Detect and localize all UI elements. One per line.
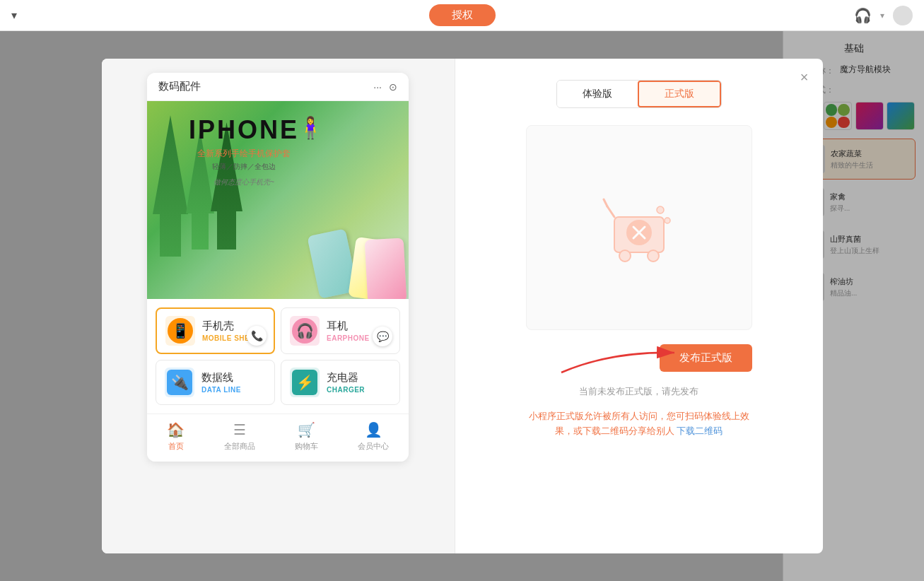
preview-status: 当前未发布正式版，请先发布 [579, 385, 698, 398]
banner-line1: 全新系列手绘手机保护套 [189, 148, 299, 160]
more-icon[interactable]: ··· [373, 81, 382, 93]
top-bar-left: ▾ [11, 8, 17, 22]
phone-banner: 🧍‍♀️ IPHONE 全新系列手绘手机保护套 轻薄／防摔／全包边 做何态度心手… [147, 101, 409, 299]
cart-label: 购物车 [295, 441, 318, 452]
phone-bottom-nav: 🏠 首页 ☰ 全部商品 🛒 购物车 👤 会 [147, 413, 409, 462]
nav-icon-earphone: 🎧 [290, 316, 320, 346]
svg-point-2 [648, 250, 659, 262]
tab-official[interactable]: 正式版 [638, 81, 721, 107]
modal-overlay: × 数码配件 ··· ⊙ [0, 31, 924, 581]
nav-en-charger: CHARGER [327, 386, 365, 394]
products-label: 全部商品 [224, 441, 255, 452]
nav-item-earphone[interactable]: 🎧 耳机 EARPHONE 💬 [281, 307, 400, 354]
main-area: 基础 模块名称： 魔方导航模块 模块样式： [0, 31, 924, 581]
svg-point-6 [657, 206, 664, 213]
arrow-svg [554, 337, 696, 376]
nav-item-shell[interactable]: 📱 手机壳 MOBILE SHELL 📞 [156, 307, 275, 354]
info-text: 小程序正式版允许被所有人访问，您可扫码体验线上效果，或下载二维码分享给别人 下载… [526, 409, 752, 439]
chevron-down-icon[interactable]: ▾ [11, 8, 17, 22]
modal: × 数码配件 ··· ⊙ [102, 59, 823, 553]
bottom-nav-home[interactable]: 🏠 首页 [167, 421, 185, 452]
nav-en-earphone: EARPHONE [327, 334, 370, 342]
products-icon: ☰ [233, 421, 246, 438]
home-label: 首页 [168, 441, 184, 452]
headset-icon[interactable]: 🎧 [854, 7, 872, 24]
bottom-nav-products[interactable]: ☰ 全部商品 [224, 421, 255, 452]
nav-icon-cable: 🔌 [165, 368, 194, 397]
nav-cn-charger: 充电器 [327, 371, 365, 385]
nav-icon-shell: 📱 [165, 316, 195, 346]
banner-iphone-text: IPHONE [189, 115, 299, 145]
phone-header-icons: ··· ⊙ [373, 81, 397, 93]
nav-item-cable[interactable]: 🔌 数据线 DATA LINE [156, 360, 275, 405]
bottom-nav-cart[interactable]: 🛒 购物车 [295, 421, 318, 452]
phone-title: 数码配件 [158, 80, 201, 93]
right-panel: 体验版 正式版 [455, 59, 823, 553]
phone-badge-call[interactable]: 📞 [247, 326, 267, 346]
close-button[interactable]: × [795, 67, 814, 87]
top-bar-right: 🎧 ▾ [854, 6, 913, 25]
top-bar: ▾ 授权 🎧 ▾ [0, 0, 924, 31]
record-icon[interactable]: ⊙ [389, 81, 397, 93]
tab-group: 体验版 正式版 [556, 80, 722, 108]
banner-line2: 轻薄／防摔／全包边 [189, 162, 299, 172]
cart-icon: 🛒 [298, 421, 315, 438]
nav-cn-earphone: 耳机 [327, 319, 370, 333]
avatar[interactable] [893, 6, 913, 25]
banner-line3: 做何态度心手机壳~ [189, 177, 299, 187]
member-label: 会员中心 [358, 441, 389, 452]
nav-item-charger[interactable]: ⚡ 充电器 CHARGER [281, 360, 400, 405]
download-qr-link[interactable]: 下载二维码 [677, 426, 723, 436]
svg-point-7 [665, 218, 670, 223]
phone-panel: 数码配件 ··· ⊙ [102, 59, 455, 553]
nav-cn-cable: 数据线 [201, 371, 241, 385]
phone-nav-grid: 📱 手机壳 MOBILE SHELL 📞 🎧 [147, 299, 409, 413]
bottom-nav-member[interactable]: 👤 会员中心 [358, 421, 389, 452]
phone-badge-wechat[interactable]: 💬 [373, 327, 392, 346]
nav-en-cable: DATA LINE [201, 386, 241, 394]
error-illustration [593, 182, 685, 274]
chevron-icon: ▾ [880, 11, 884, 20]
phone-header: 数码配件 ··· ⊙ [147, 73, 409, 101]
authorize-button[interactable]: 授权 [429, 4, 496, 26]
nav-text-cable: 数据线 DATA LINE [201, 371, 241, 394]
publish-area: 发布正式版 [526, 337, 752, 380]
svg-point-1 [619, 250, 631, 262]
nav-icon-charger: ⚡ [290, 368, 320, 397]
member-icon: 👤 [365, 421, 382, 438]
nav-text-charger: 充电器 CHARGER [327, 371, 365, 394]
home-icon: 🏠 [167, 421, 185, 438]
tab-experience[interactable]: 体验版 [557, 81, 638, 107]
preview-box [526, 125, 752, 330]
nav-text-earphone: 耳机 EARPHONE [327, 319, 370, 342]
phone-mockup: 数码配件 ··· ⊙ [147, 73, 409, 462]
